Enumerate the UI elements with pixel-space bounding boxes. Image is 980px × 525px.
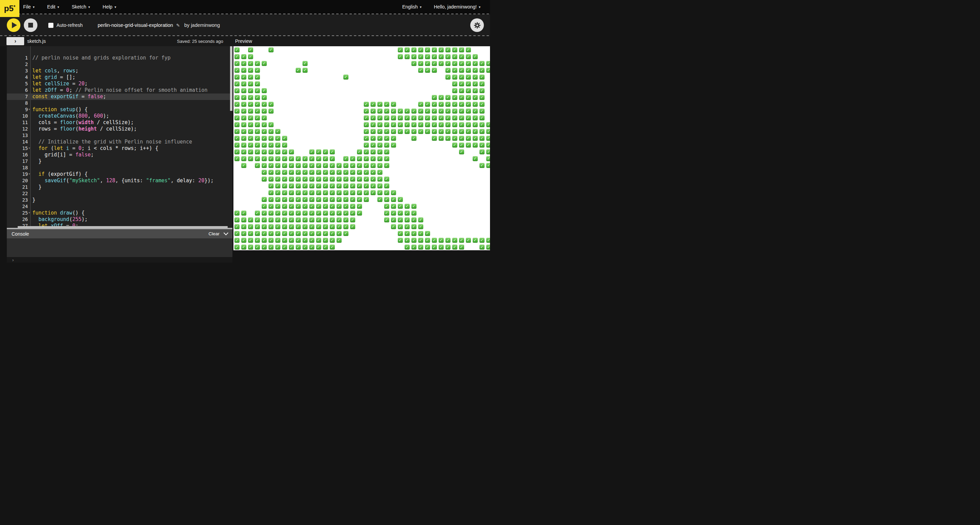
check-emoji: ✓ [282,217,287,222]
check-emoji: ✓ [241,61,247,66]
sidebar-expand-button[interactable]: › [6,37,24,45]
nav-hello-jademinwong[interactable]: Hello, jademinwong!▾ [434,4,480,10]
check-emoji: ✓ [432,95,437,100]
check-emoji: ✓ [384,197,389,202]
check-emoji: ✓ [391,129,396,134]
p5-logo[interactable]: p5* [0,0,19,17]
check-emoji: ✓ [289,224,294,229]
check-emoji: ✓ [459,68,464,73]
check-emoji: ✓ [350,163,355,168]
check-emoji: ✓ [343,211,348,216]
check-emoji: ✓ [275,231,280,236]
code-line-17: 17 } [7,158,232,165]
check-emoji: ✓ [262,170,267,175]
fold-arrow-icon[interactable]: ▼ [27,145,31,152]
check-emoji: ✓ [364,156,369,161]
check-emoji: ✓ [255,115,260,121]
check-emoji: ✓ [357,204,362,209]
check-emoji: ✓ [384,143,389,148]
check-emoji: ✓ [234,231,240,236]
check-emoji: ✓ [248,88,253,93]
check-emoji: ✓ [323,176,328,182]
check-emoji: ✓ [350,170,355,175]
check-emoji: ✓ [418,68,423,73]
fold-arrow-icon[interactable]: ▼ [27,106,31,113]
check-emoji: ✓ [255,108,260,114]
check-emoji: ✓ [364,122,369,127]
check-emoji: ✓ [350,204,355,209]
check-emoji: ✓ [432,136,437,141]
check-emoji: ✓ [377,102,382,107]
editor-vertical-scrollbar[interactable] [230,46,232,111]
nav-english[interactable]: English▾ [402,4,422,10]
console-collapse-icon[interactable] [224,230,228,235]
check-emoji: ✓ [473,136,478,141]
check-emoji: ✓ [337,204,342,209]
check-emoji: ✓ [282,183,287,189]
check-emoji: ✓ [302,204,308,209]
preview-panel-label: Preview [235,38,252,44]
check-emoji: ✓ [350,156,355,161]
check-emoji: ✓ [241,81,247,86]
check-emoji: ✓ [316,231,321,236]
line-number: 15 [7,145,28,152]
check-emoji: ✓ [248,224,253,229]
check-emoji: ✓ [255,156,260,161]
project-name[interactable]: perlin-noise-grid-visual-exploration [98,22,173,28]
fold-arrow-icon[interactable]: ▼ [27,171,31,178]
line-number: 2 [7,61,28,68]
check-emoji: ✓ [289,156,294,161]
check-emoji: ✓ [255,163,260,168]
tab-sketch-js[interactable]: sketch.js [27,38,46,44]
menu-sketch[interactable]: Sketch▾ [72,4,90,10]
check-emoji: ✓ [439,54,444,59]
check-emoji: ✓ [411,108,417,114]
play-button[interactable] [7,18,21,32]
menu-help[interactable]: Help▾ [103,4,116,10]
check-emoji: ✓ [466,47,471,52]
menu-edit[interactable]: Edit▾ [47,4,59,10]
menu-label: File [23,4,31,10]
check-emoji: ✓ [296,176,301,182]
edit-project-name-icon[interactable]: ✎ [176,23,180,28]
check-emoji: ✓ [241,224,247,229]
check-emoji: ✓ [404,231,410,236]
check-emoji: ✓ [371,163,375,168]
check-emoji: ✓ [262,95,267,100]
check-emoji: ✓ [296,238,301,243]
check-emoji: ✓ [309,183,314,189]
check-emoji: ✓ [255,88,260,93]
check-emoji: ✓ [316,149,321,154]
autorefresh-control: Auto-refresh [48,22,83,28]
console-title: Console [11,231,29,237]
console-clear-button[interactable]: Clear [208,231,220,236]
console-actions: Clear [208,231,228,236]
stop-button[interactable] [24,18,37,32]
check-emoji: ✓ [248,115,253,121]
check-emoji: ✓ [234,68,240,73]
check-emoji: ✓ [377,170,382,175]
gear-icon [473,21,481,29]
console-input-row[interactable]: › [7,257,232,262]
check-emoji: ✓ [357,197,362,202]
check-emoji: ✓ [371,129,375,134]
check-emoji: ✓ [357,190,362,195]
menu-file[interactable]: File▾ [23,4,35,10]
saved-status: Saved: 25 seconds ago [176,39,223,44]
check-emoji: ✓ [384,217,389,222]
check-emoji: ✓ [473,115,478,121]
check-emoji: ✓ [262,163,267,168]
check-emoji: ✓ [391,102,396,107]
autorefresh-checkbox[interactable] [48,23,53,28]
fold-arrow-icon[interactable]: ▼ [27,210,31,216]
check-emoji: ✓ [309,176,314,182]
check-emoji: ✓ [371,108,375,114]
code-editor[interactable]: 1// perlin noise and grids exploration f… [7,46,232,228]
check-emoji: ✓ [275,190,280,195]
settings-button[interactable] [470,18,484,32]
check-emoji: ✓ [371,176,375,182]
check-emoji: ✓ [275,183,280,189]
check-emoji: ✓ [255,217,260,222]
check-emoji: ✓ [248,68,253,73]
code-text: saveGif("mySketch", 128, {units: "frames… [32,178,214,184]
